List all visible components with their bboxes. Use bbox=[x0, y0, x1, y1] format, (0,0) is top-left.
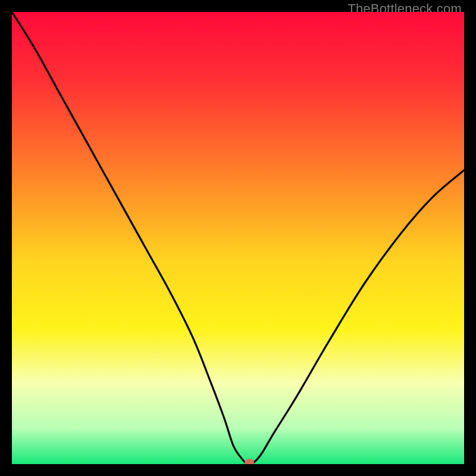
chart-frame bbox=[12, 12, 464, 464]
bottleneck-chart bbox=[12, 12, 464, 464]
